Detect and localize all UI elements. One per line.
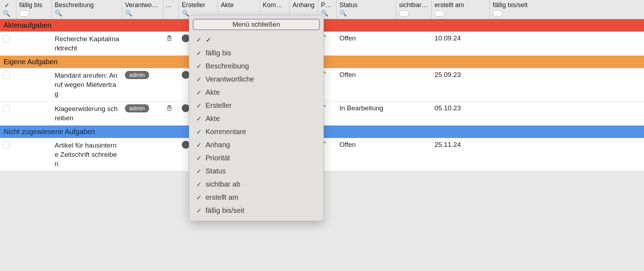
menu-item-comments[interactable]: ✓Kommentare bbox=[189, 125, 323, 138]
menu-item-creator[interactable]: ✓Ersteller bbox=[189, 99, 323, 112]
header-file-label: Akte bbox=[218, 0, 260, 10]
menu-item-check[interactable]: ✓✓ bbox=[189, 33, 323, 46]
clipboard-icon[interactable] bbox=[166, 104, 173, 112]
menu-item-created[interactable]: ✓erstellt am bbox=[189, 191, 323, 204]
check-icon: ✓ bbox=[196, 49, 202, 57]
menu-item-label: Priorität bbox=[206, 154, 230, 162]
header-col-check[interactable]: ✓ 🔍 bbox=[0, 0, 16, 19]
menu-item-due[interactable]: ✓fällig bis bbox=[189, 46, 323, 60]
row-created: 25.11.24 bbox=[432, 138, 490, 151]
search-icon[interactable]: 🔍 bbox=[55, 10, 62, 16]
header-col-desc[interactable]: Beschreibung 🔍 bbox=[52, 0, 122, 19]
header-att-label: Anhang bbox=[290, 0, 318, 10]
header-creator-label: Ersteller bbox=[179, 0, 218, 10]
search-icon[interactable]: 🔍 bbox=[339, 10, 347, 16]
menu-item-label: Akte bbox=[206, 88, 220, 96]
search-icon[interactable]: 🔍 bbox=[125, 10, 132, 16]
filter-oval[interactable] bbox=[399, 10, 409, 17]
check-icon: ✓ bbox=[196, 102, 202, 110]
close-menu-button[interactable]: Menü schließen bbox=[193, 19, 320, 30]
filter-oval[interactable] bbox=[435, 10, 444, 17]
header-col-created[interactable]: erstellt am bbox=[432, 0, 490, 19]
header-vis-label: sichtbar… bbox=[396, 0, 431, 10]
row-checkbox[interactable] bbox=[3, 72, 10, 79]
resp-badge: admin bbox=[125, 104, 149, 112]
header-check-label: ✓ bbox=[0, 0, 16, 10]
group-title: Nicht zugewiesene Aufgaben bbox=[4, 128, 95, 136]
menu-item-dueseit[interactable]: ✓fällig bis/seit bbox=[189, 204, 323, 217]
creator-avatar bbox=[182, 104, 190, 112]
menu-item-label: Verantwortliche bbox=[206, 75, 254, 83]
row-checkbox[interactable] bbox=[3, 35, 10, 42]
row-status: In Bearbeitung bbox=[337, 101, 396, 115]
header-col-due[interactable]: fällig bis bbox=[16, 0, 52, 19]
check-icon: ✓ bbox=[196, 207, 202, 215]
menu-item-label: fällig bis/seit bbox=[206, 206, 244, 215]
row-desc: Recherche Kapitalmarktrecht bbox=[52, 32, 122, 55]
menu-item-file1[interactable]: ✓Akte bbox=[189, 86, 323, 99]
header-due-label: fällig bis bbox=[16, 0, 51, 10]
row-created: 05.10.23 bbox=[432, 101, 490, 115]
menu-item-resp[interactable]: ✓Verantwortliche bbox=[189, 73, 323, 86]
menu-item-label: erstellt am bbox=[206, 193, 238, 201]
header-col-vis[interactable]: sichtbar… bbox=[396, 0, 432, 19]
header-resp-label: Verantwo… bbox=[122, 0, 163, 10]
check-icon: ✓ bbox=[196, 141, 202, 149]
row-checkbox[interactable] bbox=[3, 142, 10, 149]
close-menu-label: Menü schließen bbox=[233, 21, 280, 28]
menu-item-file2[interactable]: ✓Akte bbox=[189, 112, 323, 125]
group-title: Eigene Aufgaben bbox=[4, 58, 58, 66]
menu-item-label: Ersteller bbox=[206, 101, 231, 110]
creator-avatar bbox=[182, 71, 190, 79]
menu-item-label: sichtbar ab bbox=[206, 180, 240, 188]
group-title: Aktenaufgaben bbox=[4, 21, 51, 29]
header-col-dueseit[interactable]: fällig bis/seit bbox=[490, 0, 644, 19]
filter-oval[interactable] bbox=[493, 10, 503, 17]
row-created: 10.09.24 bbox=[432, 32, 490, 45]
header-created-label: erstellt am bbox=[432, 0, 490, 10]
clipboard-icon[interactable] bbox=[166, 34, 173, 42]
header-comm-label: Kom… bbox=[260, 0, 289, 10]
menu-item-desc[interactable]: ✓Beschreibung bbox=[189, 60, 323, 73]
menu-item-label: Status bbox=[206, 167, 226, 175]
row-status: Offen bbox=[337, 138, 396, 151]
search-icon[interactable]: 🔍 bbox=[182, 10, 189, 16]
menu-item-label: Kommentare bbox=[206, 128, 246, 136]
check-icon: ✓ bbox=[196, 181, 202, 188]
check-icon: ✓ bbox=[196, 128, 202, 136]
menu-item-label: ✓ bbox=[206, 35, 212, 44]
menu-item-priority[interactable]: ✓Priorität bbox=[189, 151, 323, 165]
check-icon: ✓ bbox=[196, 76, 202, 83]
row-checkbox[interactable] bbox=[3, 105, 10, 112]
filter-oval[interactable] bbox=[19, 10, 29, 17]
column-menu-popup: Menü schließen ✓✓ ✓fällig bis ✓Beschreib… bbox=[189, 15, 324, 221]
header-status-label: Status bbox=[337, 0, 396, 10]
check-icon: ✓ bbox=[196, 62, 202, 70]
header-dueseit-label: fällig bis/seit bbox=[490, 0, 644, 10]
header-desc-label: Beschreibung bbox=[52, 0, 122, 10]
check-icon: ✓ bbox=[196, 89, 202, 96]
search-icon[interactable]: 🔍 bbox=[3, 11, 10, 17]
row-status: Offen bbox=[337, 32, 396, 45]
header-col-dots[interactable]: … bbox=[163, 0, 179, 19]
header-pri-label: Pri… bbox=[318, 0, 336, 10]
menu-item-attachment[interactable]: ✓Anhang bbox=[189, 138, 323, 151]
check-icon: ✓ bbox=[196, 36, 202, 44]
menu-item-label: Anhang bbox=[206, 141, 230, 149]
menu-item-label: Beschreibung bbox=[206, 62, 249, 70]
header-col-resp[interactable]: Verantwo… 🔍 bbox=[122, 0, 163, 19]
row-desc: Mandant anrufen: Anruf wegen Mietvertrag bbox=[52, 68, 122, 101]
creator-avatar bbox=[182, 141, 190, 149]
header-col-status[interactable]: Status 🔍 bbox=[337, 0, 396, 19]
check-icon: ✓ bbox=[196, 115, 202, 123]
row-created: 25.09.23 bbox=[432, 68, 490, 82]
check-icon: ✓ bbox=[196, 194, 202, 201]
menu-item-label: fällig bis bbox=[206, 49, 231, 57]
header-dots-label: … bbox=[163, 0, 179, 10]
menu-item-status[interactable]: ✓Status bbox=[189, 165, 323, 178]
menu-item-label: Akte bbox=[206, 115, 220, 123]
menu-item-visiblefrom[interactable]: ✓sichtbar ab bbox=[189, 178, 323, 191]
creator-avatar bbox=[182, 34, 190, 42]
row-desc: Klageerwiderung schreiben bbox=[52, 101, 122, 125]
check-icon: ✓ bbox=[196, 167, 202, 175]
